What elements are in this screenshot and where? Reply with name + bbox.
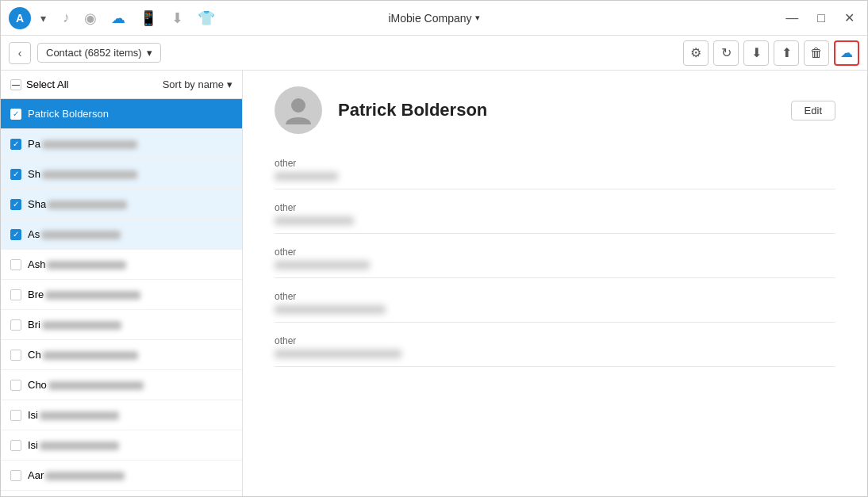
upload-button[interactable]: ⬆ [774,40,799,66]
contact-checkbox[interactable] [10,289,21,300]
field-value [275,305,386,314]
contact-item[interactable]: ✓ Sha [1,189,242,220]
contact-name: Bri [28,319,121,331]
contact-checkbox[interactable] [10,410,21,421]
contact-name: Ch [28,349,138,361]
contact-name: Isi [28,439,119,451]
field-divider [275,277,835,278]
contact-dropdown-label: Contact (6852 items) [46,47,142,59]
delete-button[interactable]: 🗑 [804,40,829,66]
select-all-cb-icon: — [10,79,21,90]
maximize-btn[interactable]: □ [812,10,830,27]
settings-button[interactable]: ⚙ [683,40,709,66]
contact-item[interactable]: Bre [1,280,242,310]
contact-item[interactable]: Ash [1,250,242,280]
field-divider [275,322,835,323]
back-button[interactable]: ‹ [9,42,31,64]
contact-checkbox[interactable]: ✓ [10,229,21,240]
contact-item[interactable]: Aar [1,461,242,491]
field-divider [275,366,835,367]
field-divider [275,233,835,234]
cloud-icon[interactable]: ☁ [111,10,125,27]
title-bar: A ▾ ♪ ◉ ☁ 📱 ⬇ 👕 iMobie Company ▾ — □ ✕ [1,1,867,36]
shirt-icon[interactable]: 👕 [198,10,215,27]
toolbar: ‹ Contact (6852 items) ▾ ⚙ ↻ ⬇ ⬆ 🗑 ☁ [1,36,867,71]
detail-field: other [275,291,835,323]
contact-checkbox[interactable]: ✓ [10,139,21,150]
contact-name: Isi [28,409,119,421]
contact-detail-name: Patrick Bolderson [338,100,487,120]
contact-name: Pa [28,138,137,150]
download-button[interactable]: ⬇ [743,40,769,66]
contact-checkbox[interactable] [10,470,21,481]
contact-name: Patrick Bolderson [28,108,109,120]
edit-button[interactable]: Edit [791,101,835,120]
phone-icon[interactable]: 📱 [140,10,157,27]
contact-name: Ash [28,258,126,270]
select-all-label: Select All [26,78,68,90]
field-label: other [275,291,835,302]
contact-item[interactable]: Isi [1,400,242,430]
contact-checkbox[interactable]: ✓ [10,109,21,120]
cloud-upload-button[interactable]: ☁ [834,40,859,66]
download-icon[interactable]: ⬇ [171,10,183,27]
contact-checkbox[interactable] [10,380,21,391]
contact-name: Bre [28,289,140,300]
close-btn[interactable]: ✕ [839,9,859,27]
detail-field: other [275,158,835,189]
app-window: A ▾ ♪ ◉ ☁ 📱 ⬇ 👕 iMobie Company ▾ — □ ✕ ‹… [0,0,868,497]
detail-field: other [275,335,835,367]
field-value [275,216,354,225]
contact-checkbox[interactable] [10,259,21,270]
contact-item[interactable]: Isi [1,430,242,461]
field-label: other [275,247,835,258]
sort-button[interactable]: Sort by name ▾ [163,78,232,90]
field-label: other [275,158,835,169]
window-controls: — □ ✕ [781,9,859,27]
contact-item[interactable]: ✓ Pa [1,129,242,159]
contact-item[interactable]: ✓ Sh [1,159,242,189]
contact-item[interactable]: Cho [1,370,242,400]
field-divider [275,189,835,189]
contact-name: Sha [28,198,127,210]
music-icon[interactable]: ♪ [63,10,70,26]
contact-checkbox[interactable] [10,440,21,451]
detail-field: other [275,247,835,278]
field-value [275,261,370,270]
contact-checkbox[interactable]: ✓ [10,199,21,210]
field-value [275,350,401,358]
contact-item[interactable]: Bri [1,310,242,340]
refresh-button[interactable]: ↻ [713,40,739,66]
avatar [275,86,322,134]
contact-item[interactable]: ✓ As [1,220,242,250]
field-value [275,172,338,181]
contact-item[interactable]: ✓ Patrick Bolderson [1,99,242,129]
contact-name: Sh [28,168,137,180]
app-logo: A [9,7,31,29]
sort-arrow-icon: ▾ [227,78,232,90]
contact-name: Cho [28,379,144,391]
toolbar-right: ⚙ ↻ ⬇ ⬆ 🗑 ☁ [683,40,859,66]
field-label: other [275,202,835,213]
sidebar-header: — Select All Sort by name ▾ [1,71,242,99]
field-label: other [275,335,835,346]
minimize-btn[interactable]: — [781,10,803,27]
contact-checkbox[interactable] [10,319,21,331]
sort-label: Sort by name [163,78,224,90]
contact-checkbox[interactable] [10,350,21,361]
contact-item[interactable]: Aar [1,491,242,496]
contact-name: Aar [28,469,125,481]
select-all-checkbox[interactable]: — Select All [10,78,68,90]
detail-field: other [275,202,835,234]
photos-icon[interactable]: ◉ [84,10,97,27]
contact-dropdown[interactable]: Contact (6852 items) ▾ [37,43,161,63]
menu-btn[interactable]: ▾ [36,11,50,25]
contact-dropdown-arrow: ▾ [147,47,152,59]
contact-list: ✓ Patrick Bolderson ✓ Pa ✓ Sh ✓ Sha [1,99,242,496]
app-title: iMobie Company ▾ [388,12,479,25]
detail-panel: Patrick Bolderson Edit other other other [243,71,867,496]
sidebar: — Select All Sort by name ▾ ✓ Patrick Bo… [1,71,243,496]
contact-name: As [28,228,121,240]
contact-checkbox[interactable]: ✓ [10,169,21,180]
contact-item[interactable]: Ch [1,340,242,370]
